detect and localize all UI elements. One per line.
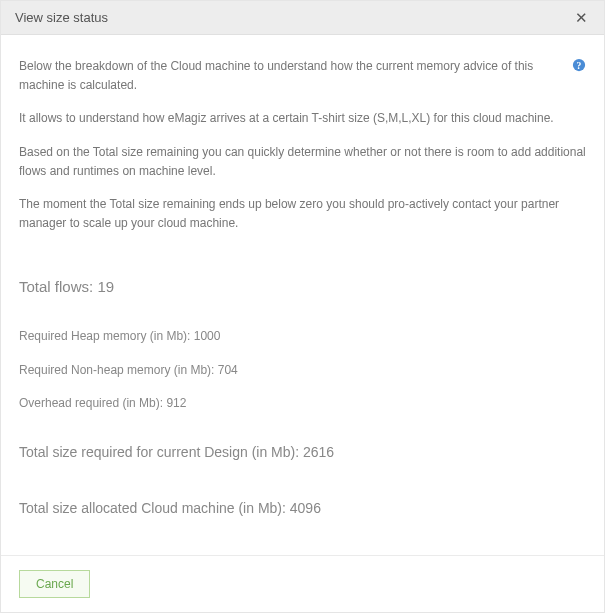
nonheap-label: Required Non-heap memory (in Mb): bbox=[19, 363, 214, 377]
allocated-value: 4096 bbox=[290, 500, 321, 516]
required-row: Total size required for current Design (… bbox=[19, 441, 586, 463]
heap-label: Required Heap memory (in Mb): bbox=[19, 329, 190, 343]
intro-text-4: The moment the Total size remaining ends… bbox=[19, 195, 586, 233]
intro-text-1: Below the breakdown of the Cloud machine… bbox=[19, 57, 572, 95]
intro-row: Below the breakdown of the Cloud machine… bbox=[19, 57, 586, 95]
required-value: 2616 bbox=[303, 444, 334, 460]
dialog-header: View size status ✕ bbox=[1, 1, 604, 35]
help-icon[interactable]: ? bbox=[572, 58, 586, 72]
nonheap-row: Required Non-heap memory (in Mb): 704 bbox=[19, 361, 586, 380]
cancel-button[interactable]: Cancel bbox=[19, 570, 90, 598]
dialog-footer: Cancel bbox=[1, 555, 604, 612]
overhead-value: 912 bbox=[166, 396, 186, 410]
allocated-label: Total size allocated Cloud machine (in M… bbox=[19, 500, 286, 516]
total-flows-row: Total flows: 19 bbox=[19, 275, 586, 299]
svg-text:?: ? bbox=[577, 60, 582, 71]
close-icon[interactable]: ✕ bbox=[573, 10, 590, 25]
heap-value: 1000 bbox=[194, 329, 221, 343]
required-label: Total size required for current Design (… bbox=[19, 444, 299, 460]
size-status-dialog: View size status ✕ Below the breakdown o… bbox=[0, 0, 605, 613]
overhead-label: Overhead required (in Mb): bbox=[19, 396, 163, 410]
total-flows-label: Total flows: bbox=[19, 278, 93, 295]
dialog-title: View size status bbox=[15, 10, 108, 25]
total-flows-value: 19 bbox=[97, 278, 114, 295]
nonheap-value: 704 bbox=[218, 363, 238, 377]
intro-text-2: It allows to understand how eMagiz arriv… bbox=[19, 109, 586, 128]
heap-row: Required Heap memory (in Mb): 1000 bbox=[19, 327, 586, 346]
allocated-row: Total size allocated Cloud machine (in M… bbox=[19, 497, 586, 519]
overhead-row: Overhead required (in Mb): 912 bbox=[19, 394, 586, 413]
dialog-content: Below the breakdown of the Cloud machine… bbox=[1, 35, 604, 555]
intro-text-3: Based on the Total size remaining you ca… bbox=[19, 143, 586, 181]
